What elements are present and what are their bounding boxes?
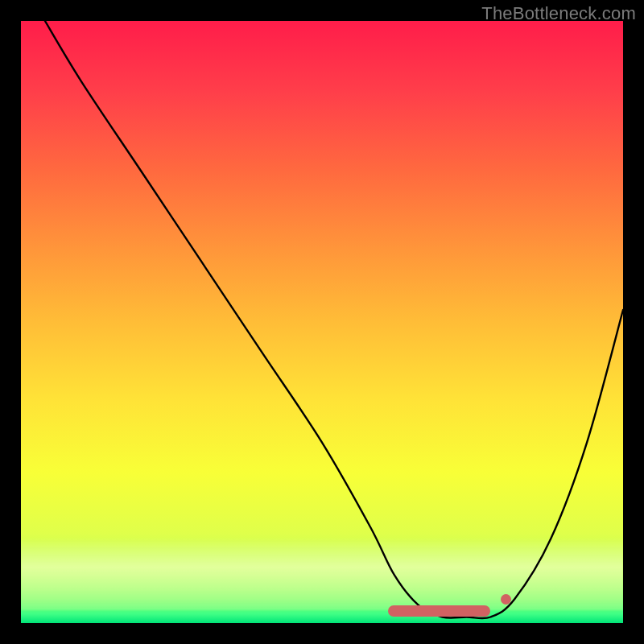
chart-frame: TheBottleneck.com — [0, 0, 644, 644]
optimal-range-marker — [388, 605, 490, 617]
watermark-text: TheBottleneck.com — [481, 3, 636, 24]
bottleneck-curve — [21, 21, 623, 623]
optimal-point-dot — [501, 594, 511, 605]
plot-area — [21, 21, 623, 623]
